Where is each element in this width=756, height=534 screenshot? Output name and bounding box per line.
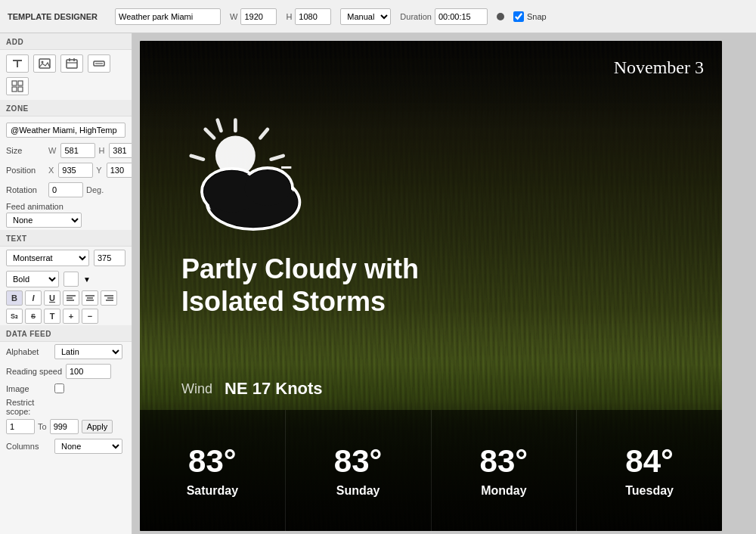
duration-label: Duration	[400, 12, 432, 21]
align-right-button[interactable]	[101, 290, 117, 306]
zone-name-field	[0, 116, 132, 141]
mode-select[interactable]: Manual Auto Loop	[340, 8, 391, 25]
wind-row: Wind NE 17 Knots	[181, 379, 323, 399]
forecast-temp-0: 83°	[188, 443, 237, 480]
align-center-button[interactable]	[82, 290, 98, 306]
size-h-input[interactable]	[109, 143, 132, 158]
italic-button[interactable]: I	[25, 290, 42, 306]
font-row: Montserrat Arial Georgia	[0, 247, 132, 269]
forecast-day-1: 83° Sunday	[286, 410, 432, 531]
font-size-input[interactable]	[94, 250, 125, 266]
ticker-add-button[interactable]	[88, 54, 110, 73]
reading-speed-input[interactable]	[66, 364, 111, 379]
alphabet-select[interactable]: Latin Arabic Chinese	[54, 344, 122, 359]
main-layout: ADD ZONE Size W H	[0, 33, 756, 534]
restrict-from-input[interactable]	[6, 419, 35, 434]
pos-x-input[interactable]	[58, 163, 93, 178]
color-swatch[interactable]	[64, 272, 79, 287]
forecast-day-0: 83° Saturday	[140, 410, 286, 531]
add-section-header: ADD	[0, 33, 132, 50]
w-label: W	[230, 12, 237, 21]
calendar-add-button[interactable]	[60, 54, 83, 73]
wind-value: NE 17 Knots	[225, 379, 323, 399]
text-add-button[interactable]	[6, 54, 29, 73]
forecast-dayname-3: Tuesday	[625, 484, 674, 498]
restrict-to-label: To	[38, 422, 47, 431]
zone-name-input[interactable]	[6, 123, 125, 138]
duration-group: Duration	[400, 8, 488, 25]
position-row: Position X Y	[0, 160, 132, 180]
left-panel: ADD ZONE Size W H	[0, 33, 132, 534]
font-select[interactable]: Montserrat Arial Georgia	[6, 250, 89, 266]
restrict-inputs: To Apply	[6, 419, 113, 434]
canvas-area[interactable]: November 3	[132, 33, 756, 534]
deg-label: Deg.	[86, 185, 104, 194]
image-add-button[interactable]	[33, 54, 56, 73]
forecast-temp-2: 83°	[480, 443, 528, 480]
svg-rect-10	[12, 81, 17, 85]
increase-size-button[interactable]: +	[63, 309, 79, 324]
svg-rect-4	[67, 60, 77, 68]
svg-line-27	[191, 156, 203, 160]
size-w-input[interactable]	[60, 143, 95, 158]
template-name-input[interactable]	[115, 8, 221, 25]
svg-rect-1	[17, 60, 18, 67]
preview-date: November 3	[614, 57, 704, 78]
columns-label: Columns	[6, 442, 51, 451]
data-feed-section-header: DATA FEED	[0, 325, 132, 342]
svg-line-28	[218, 120, 222, 131]
subscript-button[interactable]: S₂	[6, 309, 23, 324]
snap-label: Snap	[527, 12, 547, 21]
preview-canvas[interactable]: November 3	[140, 41, 722, 531]
columns-select[interactable]: None 2 3 4	[54, 439, 122, 454]
app-title: TEMPLATE DESIGNER	[8, 12, 106, 21]
pos-y-label: Y	[96, 166, 101, 175]
reading-speed-label: Reading speed	[6, 367, 63, 376]
color-dropdown-icon[interactable]: ▼	[83, 275, 91, 284]
restrict-to-input[interactable]	[50, 419, 79, 434]
width-group: W	[230, 8, 277, 25]
restrict-apply-button[interactable]: Apply	[82, 420, 113, 433]
snap-group: Snap	[513, 11, 547, 22]
height-input[interactable]	[295, 8, 331, 25]
text-color-button[interactable]: T	[44, 309, 60, 324]
bold-button[interactable]: B	[6, 290, 23, 306]
height-group: H	[286, 8, 331, 25]
svg-rect-13	[18, 87, 23, 92]
alphabet-row: Alphabet Latin Arabic Chinese	[0, 342, 132, 362]
h-label: H	[286, 12, 292, 21]
grid-add-button[interactable]	[6, 77, 29, 95]
snap-checkbox[interactable]	[513, 11, 524, 22]
zone-section-header: ZONE	[0, 100, 132, 116]
wind-label: Wind	[181, 381, 212, 397]
pos-y-input[interactable]	[107, 163, 132, 178]
pos-x-label: X	[48, 166, 54, 175]
duration-input[interactable]	[435, 8, 488, 25]
image-checkbox[interactable]	[54, 383, 64, 393]
forecast-dayname-2: Monday	[481, 484, 526, 498]
rotation-label: Rotation	[6, 185, 45, 194]
text-section-header: TEXT	[0, 230, 132, 247]
rotation-input[interactable]	[48, 182, 83, 197]
restrict-row: Restrict scope: To Apply	[0, 396, 132, 436]
style-select[interactable]: Bold Regular Italic	[6, 271, 59, 287]
status-dot	[497, 13, 504, 20]
align-left-button[interactable]	[63, 290, 79, 306]
feed-anim-select[interactable]: None Slide Fade	[6, 213, 82, 228]
topbar: TEMPLATE DESIGNER W H Manual Auto Loop D…	[0, 0, 756, 33]
strikethrough-button[interactable]: S	[25, 309, 42, 324]
svg-rect-11	[18, 81, 23, 85]
feed-anim-label: Feed animation	[6, 202, 64, 211]
svg-rect-12	[12, 87, 17, 92]
svg-line-24	[260, 129, 267, 138]
decrease-size-button[interactable]: −	[82, 309, 98, 324]
width-input[interactable]	[240, 8, 277, 25]
add-icons-row	[0, 50, 132, 100]
feed-anim-row: Feed animation None Slide Fade	[0, 200, 132, 230]
columns-row: Columns None 2 3 4	[0, 436, 132, 456]
svg-text:−: −	[280, 156, 292, 179]
svg-line-26	[206, 129, 214, 138]
underline-button[interactable]: U	[44, 290, 60, 306]
format-row1: B I U	[0, 289, 132, 307]
style-row: Bold Regular Italic ▼	[0, 269, 132, 289]
